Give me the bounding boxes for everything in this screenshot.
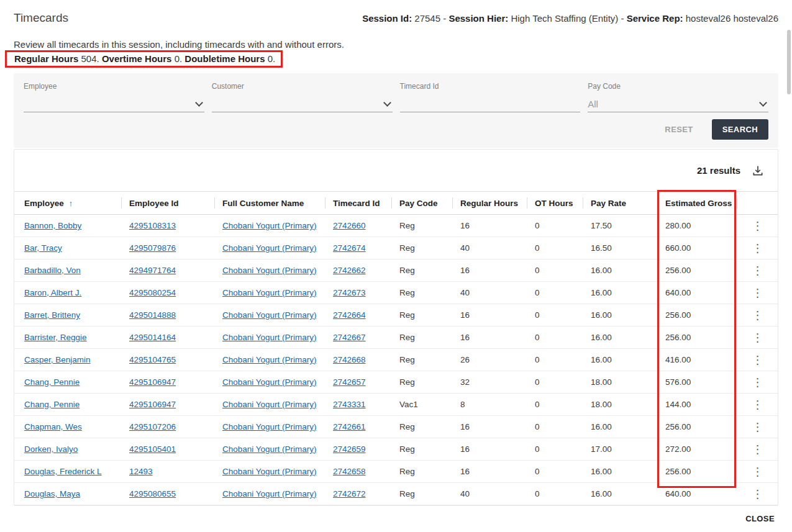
employee-link[interactable]: Chang, Pennie <box>24 377 80 387</box>
employee-link[interactable]: Dorken, Ivalyo <box>24 444 78 454</box>
table-row: Barrister, Reggie 4295014164 Chobani Yog… <box>14 327 778 349</box>
employee-link[interactable]: Chang, Pennie <box>24 400 80 409</box>
employee-link[interactable]: Baron, Albert J. <box>24 288 81 297</box>
employee-id-link[interactable]: 4295105401 <box>129 444 176 454</box>
timecard-id-link[interactable]: 2742657 <box>333 377 366 387</box>
pay-code-filter-select[interactable]: All <box>588 96 768 112</box>
timecard-id-link[interactable]: 2742659 <box>333 444 366 454</box>
customer-link[interactable]: Chobani Yogurt (Primary) <box>222 467 317 476</box>
pay-rate-cell: 17.50 <box>591 221 612 230</box>
row-menu-icon[interactable]: ⋮ <box>747 241 768 255</box>
pay-rate-cell: 16.00 <box>591 288 612 297</box>
customer-link[interactable]: Chobani Yogurt (Primary) <box>222 333 317 342</box>
customer-link[interactable]: Chobani Yogurt (Primary) <box>222 221 317 230</box>
row-menu-icon[interactable]: ⋮ <box>747 420 768 434</box>
customer-filter-label: Customer <box>212 82 393 91</box>
employee-id-link[interactable]: 4295080254 <box>129 288 176 297</box>
row-menu-icon[interactable]: ⋮ <box>747 264 768 277</box>
customer-link[interactable]: Chobani Yogurt (Primary) <box>222 489 317 498</box>
row-menu-icon[interactable]: ⋮ <box>747 443 768 456</box>
vertical-scrollbar-thumb[interactable] <box>787 30 791 94</box>
ot-hours-cell: 0 <box>535 377 540 387</box>
employee-link[interactable]: Bannon, Bobby <box>24 221 81 230</box>
customer-link[interactable]: Chobani Yogurt (Primary) <box>222 266 317 275</box>
customer-link[interactable]: Chobani Yogurt (Primary) <box>222 243 317 253</box>
reset-button[interactable]: RESET <box>661 124 696 135</box>
customer-link[interactable]: Chobani Yogurt (Primary) <box>222 288 317 297</box>
timecard-id-link[interactable]: 2742661 <box>333 422 366 431</box>
session-separator: - <box>440 13 448 24</box>
customer-link[interactable]: Chobani Yogurt (Primary) <box>222 310 317 320</box>
pay-rate-cell: 16.00 <box>591 422 612 431</box>
column-header-full-customer-name[interactable]: Full Customer Name <box>215 192 325 215</box>
employee-id-link[interactable]: 4295106947 <box>129 377 176 387</box>
timecard-id-link[interactable]: 2742672 <box>333 489 366 498</box>
pay-rate-cell: 16.00 <box>591 467 612 476</box>
row-menu-icon[interactable]: ⋮ <box>747 376 768 389</box>
timecard-id-link[interactable]: 2742673 <box>333 288 366 297</box>
employee-id-link[interactable]: 4295014888 <box>129 310 176 320</box>
employee-filter-select[interactable] <box>24 96 204 112</box>
employee-id-link[interactable]: 4295107206 <box>129 422 176 431</box>
intro-text: Review all timecards in this session, in… <box>14 39 344 50</box>
employee-id-link[interactable]: 4295079876 <box>129 243 176 253</box>
employee-id-link[interactable]: 4295104765 <box>129 355 176 364</box>
employee-link[interactable]: Barbadillo, Von <box>24 266 81 275</box>
timecard-id-link[interactable]: 2742658 <box>333 467 366 476</box>
customer-link[interactable]: Chobani Yogurt (Primary) <box>222 400 317 409</box>
timecard-id-link[interactable]: 2742674 <box>333 243 366 253</box>
timecard-id-link[interactable]: 2743331 <box>333 400 366 409</box>
employee-link[interactable]: Barret, Britteny <box>24 310 80 320</box>
employee-link[interactable]: Casper, Benjamin <box>24 355 91 364</box>
row-menu-icon[interactable]: ⋮ <box>747 465 768 479</box>
column-header-pay-rate[interactable]: Pay Rate <box>583 192 658 215</box>
column-header-estimated-gross[interactable]: Estimated Gross <box>658 192 737 215</box>
customer-link[interactable]: Chobani Yogurt (Primary) <box>222 422 317 431</box>
row-menu-icon[interactable]: ⋮ <box>747 487 768 501</box>
regular-hours-cell: 16 <box>460 444 470 454</box>
timecard-id-link[interactable]: 2742667 <box>333 333 366 342</box>
row-menu-icon[interactable]: ⋮ <box>747 331 768 345</box>
customer-link[interactable]: Chobani Yogurt (Primary) <box>222 377 317 387</box>
pay-code-cell: Vac1 <box>399 400 418 409</box>
column-header-ot-hours[interactable]: OT Hours <box>527 192 583 215</box>
employee-link[interactable]: Bar, Tracy <box>24 243 62 253</box>
employee-link[interactable]: Douglas, Maya <box>24 489 80 498</box>
employee-id-link[interactable]: 4294971764 <box>129 266 176 275</box>
ot-hours-cell: 0 <box>535 310 540 320</box>
employee-id-link[interactable]: 4295108313 <box>129 221 176 230</box>
chevron-down-icon <box>759 99 767 107</box>
download-icon[interactable] <box>752 165 764 177</box>
employee-link[interactable]: Douglas, Frederick L <box>24 467 102 476</box>
timecard-id-link[interactable]: 2742660 <box>333 221 366 230</box>
employee-id-link[interactable]: 4295106947 <box>129 400 176 409</box>
regular-hours-value: 504. <box>81 53 99 64</box>
column-header-regular-hours[interactable]: Regular Hours <box>453 192 527 215</box>
row-menu-icon[interactable]: ⋮ <box>747 286 768 300</box>
column-header-pay-code[interactable]: Pay Code <box>392 192 453 215</box>
timecard-id-input[interactable] <box>400 96 581 112</box>
employee-link[interactable]: Barrister, Reggie <box>24 333 87 342</box>
column-header-timecard-id[interactable]: Timecard Id <box>325 192 392 215</box>
column-header-employee-id[interactable]: Employee Id <box>122 192 215 215</box>
timecard-id-link[interactable]: 2742664 <box>333 310 366 320</box>
search-button[interactable]: SEARCH <box>712 119 768 140</box>
employee-id-link[interactable]: 12493 <box>129 467 153 476</box>
row-menu-icon[interactable]: ⋮ <box>747 219 768 233</box>
customer-link[interactable]: Chobani Yogurt (Primary) <box>222 444 317 454</box>
timecard-id-link[interactable]: 2742668 <box>333 355 366 364</box>
ot-hours-cell: 0 <box>535 444 540 454</box>
employee-id-link[interactable]: 4295014164 <box>129 333 176 342</box>
row-menu-icon[interactable]: ⋮ <box>747 398 768 412</box>
close-button[interactable]: CLOSE <box>742 513 778 524</box>
column-header-employee[interactable]: Employee↑ <box>14 192 122 215</box>
employee-id-link[interactable]: 4295080655 <box>129 489 176 498</box>
pay-code-cell: Reg <box>399 288 415 297</box>
row-menu-icon[interactable]: ⋮ <box>747 309 768 322</box>
row-menu-icon[interactable]: ⋮ <box>747 353 768 367</box>
timecard-id-link[interactable]: 2742662 <box>333 266 366 275</box>
customer-filter-select[interactable] <box>212 96 393 112</box>
customer-link[interactable]: Chobani Yogurt (Primary) <box>222 355 317 364</box>
results-bar: 21 results <box>14 150 778 191</box>
employee-link[interactable]: Chapman, Wes <box>24 422 82 431</box>
